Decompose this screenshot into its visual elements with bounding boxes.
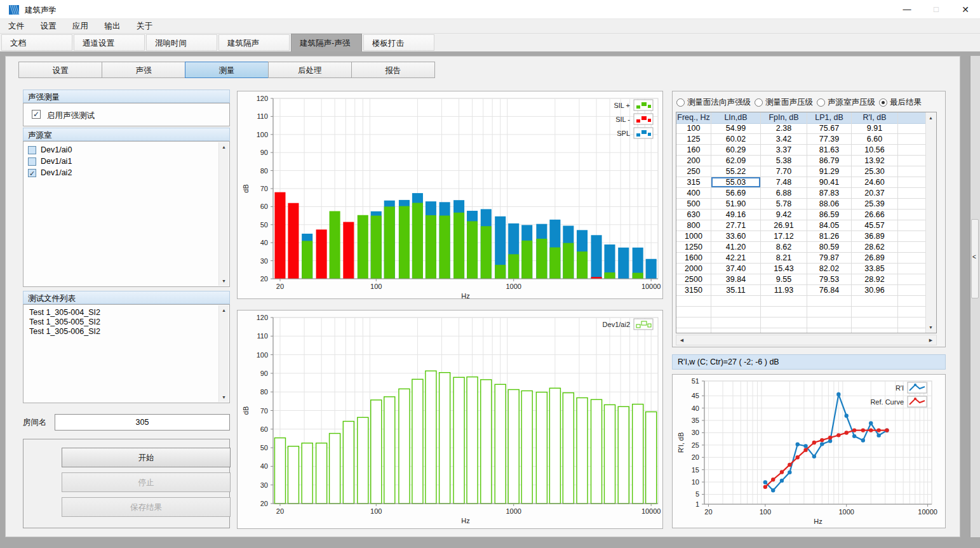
close-button[interactable]: ✕ (951, 0, 980, 19)
table-cell[interactable]: 315 (676, 177, 711, 188)
scroll-right-icon[interactable]: ▶ (926, 335, 936, 345)
table-cell[interactable]: 9.42 (761, 210, 807, 220)
table-cell[interactable] (898, 199, 926, 210)
table-cell[interactable]: 82.02 (807, 264, 852, 274)
table-cell[interactable]: 1250 (676, 242, 711, 253)
radio-normal-intensity-level[interactable]: 测量面法向声强级 (676, 97, 751, 108)
table-cell[interactable] (898, 296, 926, 307)
table-cell[interactable]: 13.92 (852, 156, 898, 166)
subtab-measure[interactable]: 测量 (185, 62, 269, 78)
table-cell[interactable]: 91.29 (807, 166, 852, 177)
radio-surface-spl[interactable]: 测量面声压级 (755, 97, 813, 108)
menu-item-application[interactable]: 应用 (65, 19, 95, 33)
table-cell[interactable]: 28.92 (852, 274, 898, 285)
table-cell[interactable]: 33.85 (852, 264, 898, 274)
table-cell[interactable] (898, 317, 926, 328)
table-cell[interactable]: 11.93 (761, 285, 807, 296)
table-cell[interactable]: 26.66 (852, 210, 898, 220)
table-cell[interactable]: 87.83 (807, 188, 852, 199)
table-cell[interactable]: 7.70 (761, 166, 807, 177)
test-file-item[interactable]: Test 1_305-006_SI2 (23, 327, 229, 337)
table-cell[interactable]: 9.91 (852, 123, 898, 134)
scroll-up-icon[interactable]: ▲ (926, 113, 936, 123)
maximize-button[interactable]: □ (922, 0, 951, 19)
table-cell[interactable]: 49.16 (711, 210, 761, 220)
channel-list-item[interactable]: ✓Dev1/ai2 (23, 168, 229, 179)
table-cell[interactable]: 76.84 (807, 285, 852, 296)
main-tab-channel-settings[interactable]: 通道设置 (74, 34, 145, 51)
table-cell[interactable] (852, 307, 898, 317)
table-cell[interactable]: 125 (676, 134, 711, 145)
save-results-button[interactable]: 保存结果 (62, 497, 231, 517)
table-cell[interactable] (898, 231, 926, 242)
table-cell[interactable]: 25.30 (852, 166, 898, 177)
main-tab-floor-impact[interactable]: 楼板打击 (363, 34, 434, 51)
test-file-item[interactable]: Test 1_305-004_SI2 (23, 308, 229, 317)
table-cell[interactable] (676, 296, 711, 307)
table-cell[interactable]: 81.26 (807, 231, 852, 242)
table-cell[interactable] (711, 307, 761, 317)
table-cell[interactable]: 5.78 (761, 199, 807, 210)
table-cell[interactable] (711, 328, 761, 333)
table-cell[interactable]: 86.79 (807, 156, 852, 166)
table-cell[interactable]: 28.62 (852, 242, 898, 253)
channel-checkbox[interactable] (28, 146, 36, 154)
scroll-down-icon[interactable]: ▼ (219, 392, 229, 402)
table-cell[interactable] (807, 296, 852, 307)
table-cell[interactable] (898, 220, 926, 231)
channel-list-item[interactable]: Dev1/ai0 (23, 145, 229, 156)
radio-circle-icon[interactable] (879, 98, 887, 107)
table-cell[interactable]: 60.02 (711, 134, 761, 145)
main-tab-building-insulation-intensity[interactable]: 建筑隔声-声强 (291, 34, 362, 51)
table-cell[interactable]: 3.42 (761, 134, 807, 145)
source-list-scrollbar[interactable]: ▲ ▼ (218, 142, 229, 286)
channel-list-item[interactable]: Dev1/ai1 (23, 156, 229, 168)
radio-circle-icon[interactable] (755, 98, 763, 107)
table-cell[interactable]: 2.38 (761, 123, 807, 134)
table-cell[interactable]: 37.40 (711, 264, 761, 274)
table-cell[interactable]: 33.60 (711, 231, 761, 242)
table-header-cell[interactable]: LP1, dB (807, 112, 852, 124)
table-cell[interactable]: 88.06 (807, 199, 852, 210)
table-cell[interactable] (761, 296, 807, 307)
table-cell[interactable]: 400 (676, 188, 711, 199)
test-file-item[interactable]: Test 1_305-005_SI2 (23, 317, 229, 327)
table-cell[interactable]: 55.22 (711, 166, 761, 177)
table-header-cell[interactable] (898, 112, 926, 124)
table-cell[interactable]: 55.03 (711, 177, 761, 188)
subtab-report[interactable]: 报告 (351, 62, 435, 78)
minimize-button[interactable]: — (892, 0, 922, 19)
table-cell[interactable]: 75.67 (807, 123, 852, 134)
table-cell[interactable]: 27.71 (711, 220, 761, 231)
table-cell[interactable]: 15.43 (761, 264, 807, 274)
table-cell[interactable] (898, 210, 926, 220)
table-cell[interactable]: 54.99 (711, 123, 761, 134)
table-header-cell[interactable]: Freq., Hz (676, 112, 711, 124)
table-cell[interactable] (761, 317, 807, 328)
table-cell[interactable] (676, 328, 711, 333)
table-cell[interactable] (807, 317, 852, 328)
table-cell[interactable]: 800 (676, 220, 711, 231)
main-tab-document[interactable]: 文档 (1, 34, 72, 51)
table-cell[interactable] (807, 307, 852, 317)
table-vertical-scrollbar[interactable]: ▲ ▼ (925, 112, 936, 333)
table-cell[interactable]: 60.29 (711, 145, 761, 156)
menu-item-settings[interactable]: 设置 (33, 19, 63, 33)
table-cell[interactable]: 17.12 (761, 231, 807, 242)
table-cell[interactable]: 3.37 (761, 145, 807, 156)
table-cell[interactable] (852, 317, 898, 328)
table-cell[interactable] (898, 285, 926, 296)
radio-source-room-spl[interactable]: 声源室声压级 (817, 97, 875, 108)
table-cell[interactable]: 42.21 (711, 253, 761, 264)
table-cell[interactable]: 20.37 (852, 188, 898, 199)
table-cell[interactable] (898, 134, 926, 145)
table-cell[interactable]: 500 (676, 199, 711, 210)
table-cell[interactable]: 3150 (676, 285, 711, 296)
table-cell[interactable]: 160 (676, 145, 711, 156)
table-cell[interactable]: 200 (676, 156, 711, 166)
table-cell[interactable] (898, 253, 926, 264)
table-cell[interactable]: 6.88 (761, 188, 807, 199)
table-cell[interactable] (761, 328, 807, 333)
chevron-left-icon[interactable]: < (972, 253, 976, 260)
stop-button[interactable]: 停止 (62, 472, 231, 492)
